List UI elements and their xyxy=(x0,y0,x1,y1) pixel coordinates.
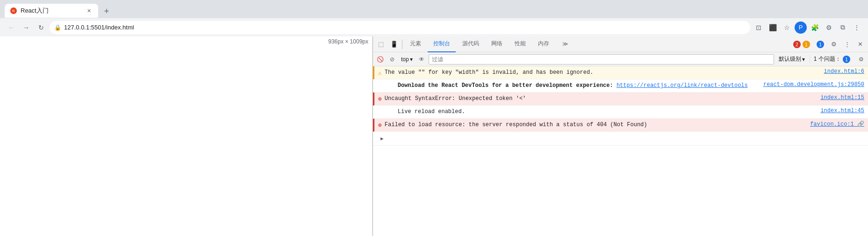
reload-button[interactable]: ↻ xyxy=(35,21,48,34)
screenshare-icon[interactable]: ⊡ xyxy=(752,21,765,34)
devtools-header-right: 2 1 1 ⚙ ⋮ ✕ xyxy=(790,38,866,50)
extension-icon[interactable]: 🧩 xyxy=(808,21,821,34)
tab-network[interactable]: 网络 xyxy=(486,36,508,52)
error-badge-group: 2 1 xyxy=(790,41,813,48)
console-message-live-reload: Live reload enabled. index.html:45 xyxy=(373,106,868,119)
context-label: top xyxy=(401,56,409,63)
info-count-badge: 1 xyxy=(817,41,824,48)
console-messages: ⚠ The value "" for key "width" is invali… xyxy=(373,66,868,236)
error-icon-2: ⊗ xyxy=(378,122,382,129)
devtools-options-button[interactable]: ⋮ xyxy=(841,38,853,50)
cast-icon[interactable]: ⬛ xyxy=(766,21,779,34)
inspect-element-button[interactable]: ⬚ xyxy=(375,38,387,50)
expand-arrow-icon[interactable]: ▶ xyxy=(377,134,387,143)
tab-console[interactable]: 控制台 xyxy=(428,36,456,52)
browser-toolbar: ← → ↻ 🔒 127.0.0.1:5501/index.html ⊡ ⬛ ☆ … xyxy=(0,18,868,36)
syntax-error-source-link[interactable]: index.html:15 xyxy=(815,94,864,101)
new-tab-button[interactable]: + xyxy=(100,5,113,18)
device-toolbar-button[interactable]: 📱 xyxy=(388,38,400,50)
profile-avatar[interactable]: P xyxy=(795,21,807,34)
console-expand-row[interactable]: ▶ xyxy=(373,132,868,146)
react-devtools-source-link[interactable]: react-dom.development.js:29850 xyxy=(758,81,864,88)
tab-close-button[interactable]: ✕ xyxy=(85,7,93,14)
live-reload-source-link[interactable]: index.html:45 xyxy=(815,107,864,114)
context-chevron-icon: ▾ xyxy=(410,56,413,63)
warning-text: The value "" for key "width" is invalid,… xyxy=(385,68,818,77)
react-devtools-indent: Download the React DevTools for a better… xyxy=(385,82,748,89)
more-menu-icon[interactable]: ⋮ xyxy=(850,21,863,34)
react-devtools-link[interactable]: https://reactjs.org/link/react-devtools xyxy=(617,82,748,89)
address-text: 127.0.0.1:5501/index.html xyxy=(64,24,746,31)
console-settings-button[interactable]: ⚙ xyxy=(856,54,866,64)
react-devtools-bold: Download the React DevTools for a better… xyxy=(398,82,617,89)
issues-label: 1 个问题： xyxy=(814,55,841,63)
devtools-close-button[interactable]: ✕ xyxy=(854,38,866,50)
console-message-warning-width: ⚠ The value "" for key "width" is invali… xyxy=(373,66,868,79)
tab-favicon: R xyxy=(10,7,17,14)
console-message-404-error: ⊗ Failed to load resource: the server re… xyxy=(373,119,868,132)
warning-source-link[interactable]: index.html:6 xyxy=(818,68,864,75)
devtools-settings-button[interactable]: ⚙ xyxy=(828,38,840,50)
console-filter-input[interactable] xyxy=(429,54,774,64)
tab-label: React入门 xyxy=(21,7,81,15)
back-button[interactable]: ← xyxy=(5,21,18,34)
info-badge-group: 1 xyxy=(814,41,827,48)
clear-console-button[interactable]: 🚫 xyxy=(375,54,385,64)
issues-badge-icon: 1 xyxy=(843,56,850,63)
active-tab[interactable]: R React入门 ✕ xyxy=(5,4,98,18)
page-content: 936px × 1009px xyxy=(0,36,373,236)
bookmark-icon[interactable]: ☆ xyxy=(780,21,793,34)
address-bar[interactable]: 🔒 127.0.0.1:5501/index.html xyxy=(50,21,750,34)
tab-performance[interactable]: 性能 xyxy=(509,36,531,52)
live-reload-text: Live reload enabled. xyxy=(385,107,815,116)
console-message-react-devtools: Download the React DevTools for a better… xyxy=(373,79,868,93)
error-icon-1: ⊗ xyxy=(378,95,382,103)
devtools-icon[interactable]: ⚙ xyxy=(822,21,835,34)
forward-button[interactable]: → xyxy=(20,21,33,34)
devtools-header: ⬚ 📱 元素 控制台 源代码 网络 性能 内存 xyxy=(373,36,868,52)
log-level-label: 默认级别 xyxy=(779,55,801,63)
context-selector[interactable]: top ▾ xyxy=(399,55,415,64)
console-message-syntax-error: ⊗ Uncaught SyntaxError: Unexpected token… xyxy=(373,93,868,106)
tab-bar: R React入门 ✕ + xyxy=(0,0,868,18)
main-area: 936px × 1009px ⬚ 📱 元素 控制台 源代码 网络 xyxy=(0,36,868,236)
console-toolbar: 🚫 ⊘ top ▾ 👁 默认级别 ▾ 1 个问题： 1 xyxy=(373,52,868,66)
eye-icon-button[interactable]: 👁 xyxy=(416,54,427,64)
lock-icon: 🔒 xyxy=(54,24,61,31)
error-count-badge: 2 xyxy=(793,41,801,48)
devtools-panel: ⬚ 📱 元素 控制台 源代码 网络 性能 内存 xyxy=(373,36,868,236)
syntax-error-text: Uncaught SyntaxError: Unexpected token '… xyxy=(385,94,815,103)
issues-count: 1 个问题： 1 xyxy=(810,55,854,63)
log-level-chevron-icon: ▾ xyxy=(802,56,805,63)
warning-count-badge: 1 xyxy=(803,41,810,48)
profile-icon[interactable]: P xyxy=(794,21,807,34)
info-spacer-icon xyxy=(378,82,382,89)
favicon-external-icon: 🔗 xyxy=(857,121,864,128)
react-devtools-text: Download the React DevTools for a better… xyxy=(385,81,758,90)
browser-window: R React入门 ✕ + ← → ↻ 🔒 127.0.0.1:5501/ind… xyxy=(0,0,868,236)
window-controls-icon[interactable]: ⧉ xyxy=(836,21,849,34)
tab-favicon-letter: R xyxy=(12,9,15,13)
tab-memory[interactable]: 内存 xyxy=(532,36,555,52)
warning-icon: ⚠ xyxy=(378,69,382,77)
tab-separator xyxy=(402,40,402,49)
404-error-text: Failed to load resource: the server resp… xyxy=(385,121,804,129)
404-error-source-link[interactable]: favicon.ico:1 🔗 xyxy=(804,121,864,128)
log-level-selector[interactable]: 默认级别 ▾ xyxy=(776,54,808,64)
block-console-button[interactable]: ⊘ xyxy=(387,54,397,64)
tab-elements[interactable]: 元素 xyxy=(404,36,427,52)
toolbar-actions: ⊡ ⬛ ☆ P 🧩 ⚙ ⧉ ⋮ xyxy=(752,21,863,34)
live-reload-spacer xyxy=(378,108,382,115)
more-tabs-button[interactable]: ≫ xyxy=(557,36,574,52)
tab-sources[interactable]: 源代码 xyxy=(457,36,485,52)
page-dimensions: 936px × 1009px xyxy=(328,38,368,45)
